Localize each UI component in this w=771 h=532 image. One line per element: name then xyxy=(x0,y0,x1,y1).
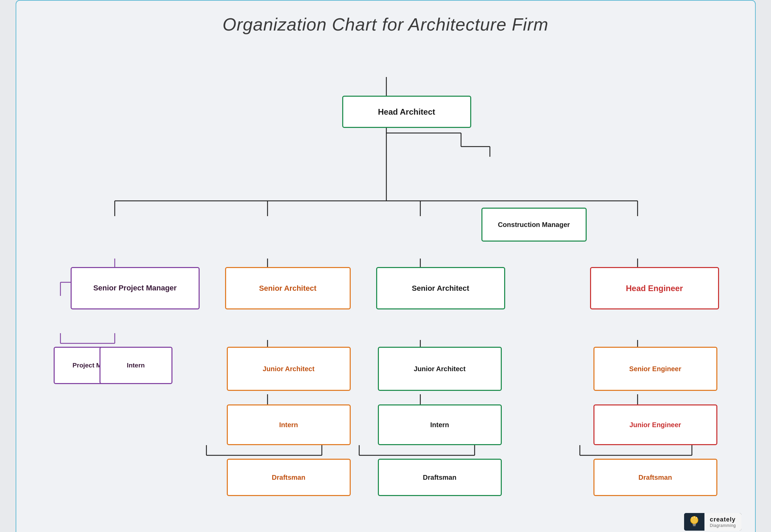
node-head-engineer: Head Engineer xyxy=(590,267,719,309)
node-draftsman-3: Draftsman xyxy=(593,459,717,496)
node-draftsman-1: Draftsman xyxy=(227,459,351,496)
node-junior-engineer: Junior Engineer xyxy=(593,404,717,445)
creately-logo: creately Diagramming xyxy=(684,513,741,531)
node-senior-architect-1: Senior Architect xyxy=(225,267,351,309)
svg-rect-42 xyxy=(693,524,696,525)
node-junior-architect-1: Junior Architect xyxy=(227,347,351,391)
node-draftsman-2: Draftsman xyxy=(378,459,502,496)
svg-line-46 xyxy=(692,517,692,518)
node-senior-engineer: Senior Engineer xyxy=(593,347,717,391)
node-senior-project-manager: Senior Project Manager xyxy=(71,267,200,309)
creately-bulb-icon xyxy=(684,513,704,531)
node-construction-manager: Construction Manager xyxy=(481,208,587,242)
org-chart: Head Architect Construction Manager Seni… xyxy=(37,52,735,520)
node-senior-architect-2: Senior Architect xyxy=(376,267,505,309)
node-intern-arch-2: Intern xyxy=(378,404,502,445)
creately-text-area: creately Diagramming xyxy=(704,513,741,531)
node-junior-architect-2: Junior Architect xyxy=(378,347,502,391)
node-intern-pm: Intern xyxy=(99,347,172,384)
chart-title: Organization Chart for Architecture Firm xyxy=(37,14,735,35)
node-intern-arch-1: Intern xyxy=(227,404,351,445)
svg-rect-43 xyxy=(693,525,696,526)
node-head-architect: Head Architect xyxy=(342,96,471,128)
svg-line-45 xyxy=(696,517,697,518)
